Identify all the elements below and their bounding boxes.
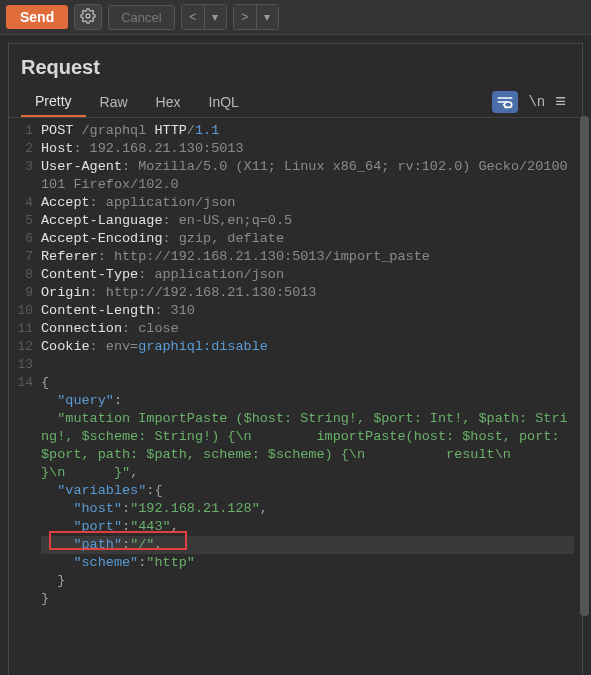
prev-button[interactable]: < bbox=[182, 5, 204, 29]
tab-hex[interactable]: Hex bbox=[142, 88, 195, 116]
code-area: 1234567891011121314 POST /graphql HTTP/1… bbox=[9, 118, 582, 675]
prev-dropdown-button[interactable]: ▾ bbox=[204, 5, 226, 29]
next-button[interactable]: > bbox=[234, 5, 256, 29]
chevron-down-icon: ▾ bbox=[264, 10, 270, 24]
send-button[interactable]: Send bbox=[6, 5, 68, 29]
request-panel: Request Pretty Raw Hex InQL \n ≡ 1234567… bbox=[8, 43, 583, 675]
tab-inql[interactable]: InQL bbox=[195, 88, 253, 116]
newline-toggle-button[interactable]: \n bbox=[528, 94, 545, 110]
panel-title: Request bbox=[9, 44, 582, 87]
line-gutter: 1234567891011121314 bbox=[9, 118, 37, 675]
hamburger-icon: ≡ bbox=[555, 92, 566, 112]
next-dropdown-button[interactable]: ▾ bbox=[256, 5, 278, 29]
scrollbar[interactable] bbox=[580, 38, 589, 667]
code-editor[interactable]: POST /graphql HTTP/1.1Host: 192.168.21.1… bbox=[37, 118, 582, 675]
scrollbar-thumb[interactable] bbox=[580, 116, 589, 616]
prev-button-group: < ▾ bbox=[181, 4, 227, 30]
tabs-bar: Pretty Raw Hex InQL \n ≡ bbox=[9, 87, 582, 118]
chevron-down-icon: ▾ bbox=[212, 10, 218, 24]
cancel-button[interactable]: Cancel bbox=[108, 5, 174, 30]
menu-button[interactable]: ≡ bbox=[555, 92, 566, 112]
tab-pretty[interactable]: Pretty bbox=[21, 87, 86, 117]
tab-raw[interactable]: Raw bbox=[86, 88, 142, 116]
toolbar: Send Cancel < ▾ > ▾ bbox=[0, 0, 591, 35]
svg-point-0 bbox=[86, 14, 90, 18]
wrap-icon bbox=[497, 95, 513, 109]
next-button-group: > ▾ bbox=[233, 4, 279, 30]
chevron-right-icon: > bbox=[241, 10, 248, 24]
chevron-left-icon: < bbox=[189, 10, 196, 24]
gear-icon bbox=[80, 8, 96, 27]
wrap-toggle-button[interactable] bbox=[492, 91, 518, 113]
settings-button[interactable] bbox=[74, 4, 102, 30]
